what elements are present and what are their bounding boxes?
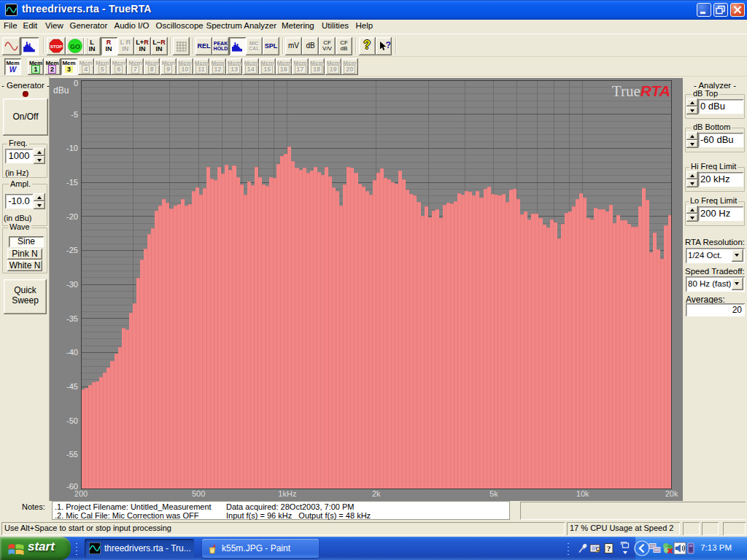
svg-text:-50: -50 [66, 416, 78, 425]
svg-text:-15: -15 [66, 178, 78, 187]
svg-text:1kHz: 1kHz [278, 489, 296, 498]
svg-text:10k: 10k [576, 489, 589, 498]
svg-text:20k: 20k [665, 489, 678, 498]
svg-text:dBu: dBu [53, 85, 69, 96]
svg-text:0: 0 [74, 79, 78, 88]
svg-text:-40: -40 [66, 348, 78, 357]
svg-text:-25: -25 [66, 246, 78, 254]
svg-text:500: 500 [192, 489, 205, 498]
svg-text:GO: GO [70, 43, 80, 50]
svg-text:-35: -35 [66, 314, 78, 323]
svg-text:-20: -20 [66, 212, 78, 221]
svg-text:?: ? [607, 544, 611, 553]
svg-text:5k: 5k [489, 489, 498, 498]
svg-text:200: 200 [74, 489, 88, 498]
svg-text:-5: -5 [71, 110, 78, 119]
svg-text:TrueRTA: TrueRTA [612, 82, 670, 100]
svg-text:-10: -10 [66, 144, 78, 152]
svg-text:STOP: STOP [50, 44, 63, 49]
svg-text:-30: -30 [66, 280, 78, 289]
svg-text:?: ? [385, 40, 390, 50]
svg-text:-55: -55 [66, 450, 78, 459]
svg-text:2k: 2k [372, 489, 381, 498]
svg-text:-45: -45 [66, 382, 78, 391]
